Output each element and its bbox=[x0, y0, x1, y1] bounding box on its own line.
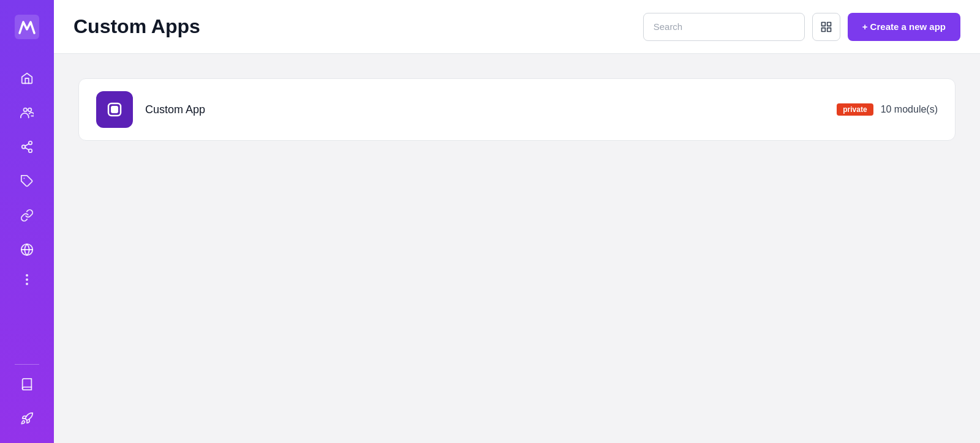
home-icon bbox=[20, 72, 34, 85]
search-wrap bbox=[643, 13, 805, 41]
svg-point-1 bbox=[24, 108, 28, 112]
svg-rect-14 bbox=[821, 28, 825, 31]
app-module-count: 10 module(s) bbox=[881, 104, 938, 115]
rocket-icon bbox=[20, 412, 34, 425]
search-input[interactable] bbox=[643, 13, 805, 41]
main-content: Custom Apps + Create a new app bbox=[54, 0, 980, 443]
svg-line-6 bbox=[25, 147, 29, 150]
sidebar-item-apps[interactable] bbox=[12, 166, 42, 196]
list-view-button[interactable] bbox=[812, 13, 840, 41]
header-actions: + Create a new app bbox=[643, 13, 960, 41]
app-icon bbox=[96, 91, 133, 128]
sidebar-logo[interactable] bbox=[0, 0, 54, 54]
sidebar-item-share[interactable] bbox=[12, 132, 42, 162]
svg-point-2 bbox=[28, 108, 32, 112]
puzzle-icon bbox=[20, 174, 34, 188]
sidebar-bottom bbox=[12, 370, 42, 433]
app-name: Custom App bbox=[145, 103, 824, 116]
svg-rect-0 bbox=[15, 15, 39, 39]
create-new-app-button[interactable]: + Create a new app bbox=[848, 13, 960, 41]
svg-rect-11 bbox=[821, 22, 825, 26]
share-icon bbox=[20, 140, 34, 154]
sidebar-item-home[interactable] bbox=[12, 64, 42, 93]
app-icon-graphic bbox=[105, 100, 124, 119]
sidebar-item-docs[interactable] bbox=[12, 370, 42, 399]
page-title: Custom Apps bbox=[74, 15, 643, 38]
sidebar-divider bbox=[15, 364, 39, 365]
team-icon bbox=[20, 106, 34, 119]
sidebar-item-team[interactable] bbox=[12, 98, 42, 127]
sidebar-item-launch[interactable] bbox=[12, 404, 42, 433]
sidebar-item-global[interactable] bbox=[12, 235, 42, 264]
book-icon bbox=[20, 378, 34, 391]
sidebar-nav bbox=[12, 54, 42, 359]
link-icon bbox=[20, 209, 34, 222]
svg-rect-12 bbox=[827, 22, 831, 26]
list-view-icon bbox=[820, 21, 832, 33]
app-card[interactable]: Custom App private 10 module(s) bbox=[78, 78, 956, 141]
globe-icon bbox=[20, 243, 34, 256]
svg-rect-16 bbox=[111, 106, 118, 113]
sidebar-more-button[interactable] bbox=[21, 269, 33, 290]
content-area: Custom App private 10 module(s) bbox=[54, 54, 980, 443]
sidebar-item-integrations[interactable] bbox=[12, 201, 42, 230]
svg-rect-13 bbox=[827, 28, 831, 31]
app-meta: private 10 module(s) bbox=[837, 103, 938, 116]
sidebar bbox=[0, 0, 54, 443]
app-visibility-badge: private bbox=[837, 103, 873, 116]
svg-line-7 bbox=[25, 144, 29, 146]
header: Custom Apps + Create a new app bbox=[54, 0, 980, 54]
